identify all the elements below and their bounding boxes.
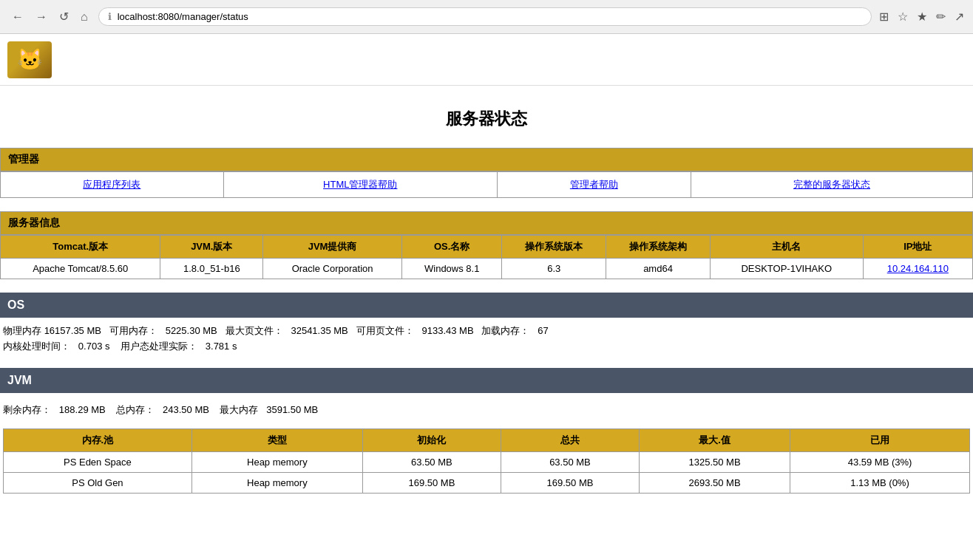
os-info-line1: 物理内存 16157.35 MB 可用内存： 5225.30 MB 最大页文件：… xyxy=(3,324,970,339)
col-total: 总共 xyxy=(501,428,639,451)
memory-total-cell: 63.50 MB xyxy=(501,451,639,472)
free-page-label: 可用页文件： xyxy=(356,325,414,336)
reload-button[interactable]: ↺ xyxy=(56,8,72,25)
load-memory-value: 67 xyxy=(538,325,548,336)
manager-section: 管理器 应用程序列表 HTML管理器帮助 管理者帮助 完整的服务器状态 xyxy=(0,148,973,198)
memory-total-cell: 169.50 MB xyxy=(501,472,639,493)
load-memory-label: 加载内存： xyxy=(481,325,529,336)
user-time-value: 3.781 s xyxy=(206,341,237,352)
back-button[interactable]: ← xyxy=(9,9,27,25)
forward-button[interactable]: → xyxy=(33,9,50,25)
manager-link-apps[interactable]: 应用程序列表 xyxy=(1,172,224,198)
kernel-time-value: 0.703 s xyxy=(78,341,110,352)
user-time-label: 用户态处理实际： xyxy=(121,341,197,352)
memory-max-cell: 2693.50 MB xyxy=(640,472,790,493)
manager-link-full-status[interactable]: 完整的服务器状态 xyxy=(691,172,972,198)
os-name-value: Windows 8.1 xyxy=(402,259,502,279)
col-hostname: 主机名 xyxy=(710,236,863,259)
full-status-link[interactable]: 完整的服务器状态 xyxy=(793,179,870,190)
memory-init-cell: 169.50 MB xyxy=(362,472,501,493)
max-page-value: 32541.35 MB xyxy=(291,325,348,336)
manager-link-admin-help[interactable]: 管理者帮助 xyxy=(497,172,691,198)
jvm-version-value: 1.8.0_51-b16 xyxy=(160,259,263,279)
col-max: 最大.值 xyxy=(640,428,790,451)
os-version-value: 6.3 xyxy=(502,259,606,279)
os-section: OS 物理内存 16157.35 MB 可用内存： 5225.30 MB 最大页… xyxy=(0,293,973,361)
nav-buttons: ← → ↺ ⌂ xyxy=(9,8,91,25)
jvm-free-label: 剩余内存： xyxy=(3,404,51,415)
memory-init-cell: 63.50 MB xyxy=(362,451,501,472)
favorites-icon[interactable]: ★ xyxy=(917,10,927,24)
manager-link-html-help[interactable]: HTML管理器帮助 xyxy=(223,172,497,198)
col-ip: IP地址 xyxy=(863,236,972,259)
server-info-section-header: 服务器信息 xyxy=(0,211,973,235)
apps-list-link[interactable]: 应用程序列表 xyxy=(83,179,140,190)
pen-icon[interactable]: ✏ xyxy=(936,10,946,24)
url-input[interactable] xyxy=(118,11,862,22)
hostname-value: DESKTOP-1VIHAKO xyxy=(710,259,863,279)
manager-links-table: 应用程序列表 HTML管理器帮助 管理者帮助 完整的服务器状态 xyxy=(0,171,973,198)
tomcat-logo-icon: 🐱 xyxy=(7,41,52,78)
logo-area: 🐱 xyxy=(0,34,973,86)
html-manager-help-link[interactable]: HTML管理器帮助 xyxy=(323,179,397,190)
jvm-section-header: JVM xyxy=(0,368,973,393)
share-icon[interactable]: ↗ xyxy=(955,10,964,24)
tomcat-version-value: Apache Tomcat/8.5.60 xyxy=(1,259,160,279)
server-info-row: Apache Tomcat/8.5.60 1.8.0_51-b16 Oracle… xyxy=(1,259,973,279)
col-tomcat-version: Tomcat.版本 xyxy=(1,236,160,259)
home-button[interactable]: ⌂ xyxy=(78,9,91,25)
memory-table-row: PS Old GenHeap memory169.50 MB169.50 MB2… xyxy=(4,472,970,493)
col-jvm-vendor: JVM提供商 xyxy=(263,236,402,259)
os-section-header: OS xyxy=(0,293,973,318)
memory-max-cell: 1325.50 MB xyxy=(640,451,790,472)
col-pool: 内存.池 xyxy=(4,428,192,451)
jvm-total-value: 243.50 MB xyxy=(163,404,209,415)
kernel-time-label: 内核处理时间： xyxy=(3,341,70,352)
page-title: 服务器状态 xyxy=(0,93,973,140)
col-used: 已用 xyxy=(790,428,970,451)
col-type: 类型 xyxy=(191,428,362,451)
memory-table-row: PS Eden SpaceHeap memory63.50 MB63.50 MB… xyxy=(4,451,970,472)
memory-type-cell: Heap memory xyxy=(191,451,362,472)
os-info-line2: 内核处理时间： 0.703 s 用户态处理实际： 3.781 s xyxy=(3,339,970,355)
admin-help-link[interactable]: 管理者帮助 xyxy=(570,179,618,190)
os-info: 物理内存 16157.35 MB 可用内存： 5225.30 MB 最大页文件：… xyxy=(0,318,973,361)
jvm-info: 剩余内存： 188.29 MB 总内存： 243.50 MB 最大内存 3591… xyxy=(0,393,973,499)
ip-value[interactable]: 10.24.164.110 xyxy=(863,259,972,279)
memory-used-cell: 1.13 MB (0%) xyxy=(790,472,970,493)
max-page-label: 最大页文件： xyxy=(226,325,283,336)
server-info-section: 服务器信息 Tomcat.版本 JVM.版本 JVM提供商 OS.名称 操作系统… xyxy=(0,211,973,279)
col-os-name: OS.名称 xyxy=(402,236,502,259)
browser-chrome: ← → ↺ ⌂ ℹ ⊞ ☆ ★ ✏ ↗ xyxy=(0,0,973,34)
address-bar[interactable]: ℹ xyxy=(98,7,872,26)
memory-pool-cell: PS Old Gen xyxy=(4,472,192,493)
physical-memory-label: 物理内存 xyxy=(3,325,41,336)
reading-list-icon[interactable]: ⊞ xyxy=(879,10,889,24)
jvm-free-value: 188.29 MB xyxy=(59,404,106,415)
jvm-section: JVM 剩余内存： 188.29 MB 总内存： 243.50 MB 最大内存 … xyxy=(0,368,973,499)
jvm-max-label: 最大内存 xyxy=(220,404,258,415)
bookmark-icon[interactable]: ☆ xyxy=(898,10,908,24)
toolbar-icons: ⊞ ☆ ★ ✏ ↗ xyxy=(879,10,964,24)
server-info-table: Tomcat.版本 JVM.版本 JVM提供商 OS.名称 操作系统版本 操作系… xyxy=(0,235,973,279)
col-init: 初始化 xyxy=(362,428,501,451)
col-jvm-version: JVM.版本 xyxy=(160,236,263,259)
jvm-total-label: 总内存： xyxy=(116,404,155,415)
col-os-arch: 操作系统架构 xyxy=(606,236,711,259)
os-arch-value: amd64 xyxy=(606,259,711,279)
memory-pool-table: 内存.池 类型 初始化 总共 最大.值 已用 PS Eden SpaceHeap… xyxy=(3,428,970,494)
jvm-vendor-value: Oracle Corporation xyxy=(263,259,402,279)
free-memory-value: 5225.30 MB xyxy=(166,325,217,336)
tomcat-logo: 🐱 xyxy=(7,41,52,78)
memory-used-cell: 43.59 MB (3%) xyxy=(790,451,970,472)
page-content: 服务器状态 管理器 应用程序列表 HTML管理器帮助 管理者帮助 完整的服务器状… xyxy=(0,86,973,514)
physical-memory-value: 16157.35 MB xyxy=(44,325,101,336)
free-page-value: 9133.43 MB xyxy=(421,325,473,336)
free-memory-label: 可用内存： xyxy=(109,325,157,336)
ip-link[interactable]: 10.24.164.110 xyxy=(887,263,949,274)
memory-pool-cell: PS Eden Space xyxy=(4,451,192,472)
jvm-memory-summary: 剩余内存： 188.29 MB 总内存： 243.50 MB 最大内存 3591… xyxy=(3,399,970,423)
info-icon: ℹ xyxy=(108,11,112,22)
memory-type-cell: Heap memory xyxy=(191,472,362,493)
manager-section-header: 管理器 xyxy=(0,148,973,171)
